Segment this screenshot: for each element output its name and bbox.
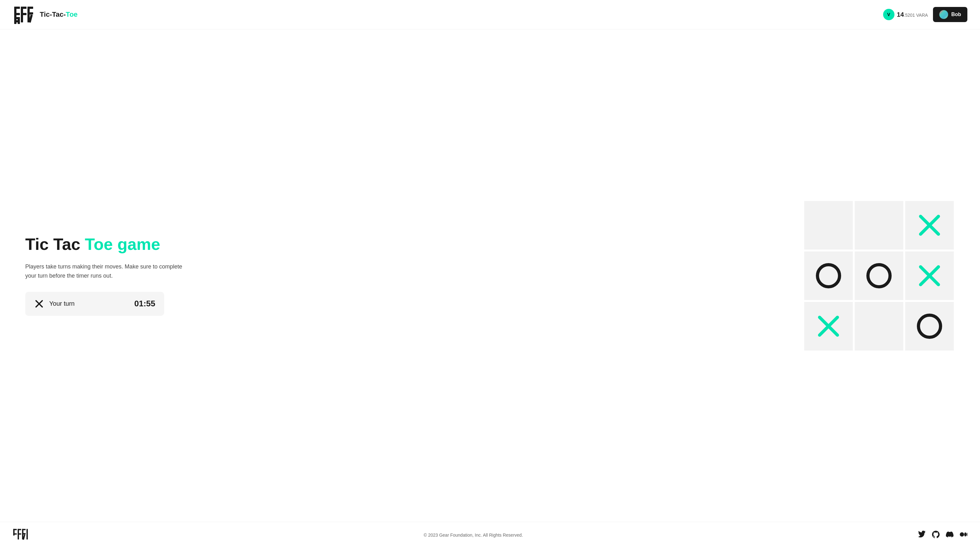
- svg-rect-7: [27, 6, 33, 9]
- footer-copyright: © 2023 Gear Foundation, Inc. All Rights …: [423, 532, 523, 538]
- user-name-label: Bob: [951, 12, 961, 17]
- board-cell-1-1[interactable]: [854, 251, 904, 301]
- vara-amount: 14.5201 VARA: [897, 11, 928, 18]
- game-description: Players take turns making their moves. M…: [25, 262, 183, 281]
- board-cell-0-2[interactable]: [904, 200, 955, 251]
- svg-rect-22: [22, 533, 25, 534]
- o-mark: [917, 314, 942, 339]
- svg-rect-1: [14, 6, 20, 9]
- board-cell-2-0[interactable]: [803, 301, 854, 351]
- header-left: Tic-Tac-Toe: [13, 5, 78, 24]
- board-cell-0-1[interactable]: [854, 200, 904, 251]
- svg-rect-5: [21, 13, 27, 15]
- x-mark: [816, 314, 841, 339]
- user-menu-button[interactable]: Bob: [933, 7, 967, 22]
- vara-currency-icon: V: [883, 9, 894, 20]
- svg-rect-4: [21, 6, 27, 9]
- svg-rect-21: [22, 529, 25, 530]
- x-mark: [917, 263, 942, 288]
- medium-icon[interactable]: [960, 531, 967, 540]
- o-mark: [866, 263, 892, 288]
- header: Tic-Tac-Toe V 14.5201 VARA Bob: [0, 0, 980, 29]
- footer-social-links: [918, 531, 967, 540]
- x-mark: [917, 213, 942, 238]
- board-cell-2-1[interactable]: [854, 301, 904, 351]
- vara-logo: [13, 5, 35, 24]
- svg-rect-16: [13, 533, 17, 534]
- left-panel: Tic Tac Toe game Players take turns maki…: [25, 235, 183, 316]
- board-cell-2-2[interactable]: [904, 301, 955, 351]
- x-turn-icon: [34, 299, 44, 309]
- app-title: Tic-Tac-Toe: [40, 10, 78, 19]
- svg-rect-24: [27, 529, 28, 540]
- svg-rect-13: [18, 17, 20, 24]
- footer-vara-logo: [13, 529, 29, 542]
- svg-rect-2: [14, 13, 20, 15]
- turn-timer: 01:55: [134, 299, 156, 308]
- twitter-icon[interactable]: [918, 531, 926, 540]
- turn-label: Your turn: [49, 300, 75, 307]
- right-panel: [803, 200, 955, 351]
- svg-rect-18: [18, 529, 21, 530]
- svg-rect-19: [18, 533, 21, 534]
- footer: © 2023 Gear Foundation, Inc. All Rights …: [0, 522, 980, 548]
- header-right: V 14.5201 VARA Bob: [883, 7, 967, 22]
- svg-rect-15: [13, 529, 17, 530]
- board-cell-1-0[interactable]: [803, 251, 854, 301]
- turn-indicator: Your turn 01:55: [25, 292, 164, 316]
- vara-balance: V 14.5201 VARA: [883, 9, 928, 20]
- discord-icon[interactable]: [946, 531, 953, 540]
- github-icon[interactable]: [932, 531, 940, 540]
- game-board: [803, 200, 955, 351]
- turn-left: Your turn: [34, 299, 75, 309]
- svg-rect-8: [27, 12, 33, 14]
- board-cell-0-0[interactable]: [803, 200, 854, 251]
- game-title: Tic Tac Toe game: [25, 235, 183, 253]
- main-content: Tic Tac Toe game Players take turns maki…: [0, 29, 980, 522]
- o-mark: [816, 263, 841, 288]
- board-cell-1-2[interactable]: [904, 251, 955, 301]
- user-avatar: [939, 10, 948, 19]
